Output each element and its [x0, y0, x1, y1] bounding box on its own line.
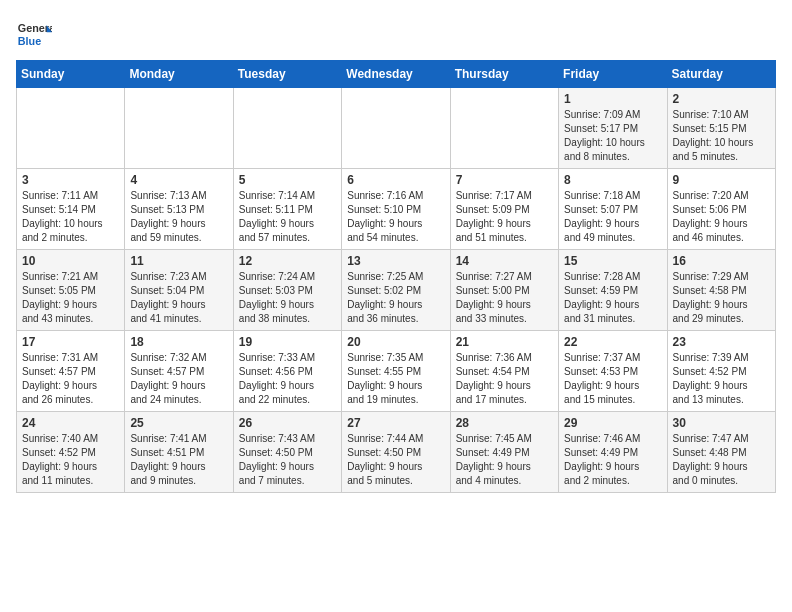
week-row-0: 1Sunrise: 7:09 AM Sunset: 5:17 PM Daylig…: [17, 88, 776, 169]
day-info: Sunrise: 7:35 AM Sunset: 4:55 PM Dayligh…: [347, 351, 444, 407]
calendar-cell: 29Sunrise: 7:46 AM Sunset: 4:49 PM Dayli…: [559, 412, 667, 493]
day-info: Sunrise: 7:31 AM Sunset: 4:57 PM Dayligh…: [22, 351, 119, 407]
day-info: Sunrise: 7:33 AM Sunset: 4:56 PM Dayligh…: [239, 351, 336, 407]
day-info: Sunrise: 7:13 AM Sunset: 5:13 PM Dayligh…: [130, 189, 227, 245]
day-info: Sunrise: 7:29 AM Sunset: 4:58 PM Dayligh…: [673, 270, 770, 326]
day-info: Sunrise: 7:18 AM Sunset: 5:07 PM Dayligh…: [564, 189, 661, 245]
calendar-cell: 18Sunrise: 7:32 AM Sunset: 4:57 PM Dayli…: [125, 331, 233, 412]
calendar-cell: 24Sunrise: 7:40 AM Sunset: 4:52 PM Dayli…: [17, 412, 125, 493]
day-number: 25: [130, 416, 227, 430]
calendar-cell: 4Sunrise: 7:13 AM Sunset: 5:13 PM Daylig…: [125, 169, 233, 250]
day-info: Sunrise: 7:23 AM Sunset: 5:04 PM Dayligh…: [130, 270, 227, 326]
day-info: Sunrise: 7:24 AM Sunset: 5:03 PM Dayligh…: [239, 270, 336, 326]
calendar-cell: 26Sunrise: 7:43 AM Sunset: 4:50 PM Dayli…: [233, 412, 341, 493]
day-info: Sunrise: 7:36 AM Sunset: 4:54 PM Dayligh…: [456, 351, 553, 407]
day-info: Sunrise: 7:20 AM Sunset: 5:06 PM Dayligh…: [673, 189, 770, 245]
calendar-cell: 30Sunrise: 7:47 AM Sunset: 4:48 PM Dayli…: [667, 412, 775, 493]
day-number: 10: [22, 254, 119, 268]
day-info: Sunrise: 7:14 AM Sunset: 5:11 PM Dayligh…: [239, 189, 336, 245]
calendar-cell: [233, 88, 341, 169]
calendar-cell: 11Sunrise: 7:23 AM Sunset: 5:04 PM Dayli…: [125, 250, 233, 331]
day-number: 30: [673, 416, 770, 430]
day-number: 5: [239, 173, 336, 187]
day-number: 20: [347, 335, 444, 349]
day-info: Sunrise: 7:44 AM Sunset: 4:50 PM Dayligh…: [347, 432, 444, 488]
day-number: 14: [456, 254, 553, 268]
day-info: Sunrise: 7:39 AM Sunset: 4:52 PM Dayligh…: [673, 351, 770, 407]
day-number: 2: [673, 92, 770, 106]
day-info: Sunrise: 7:28 AM Sunset: 4:59 PM Dayligh…: [564, 270, 661, 326]
calendar-cell: 20Sunrise: 7:35 AM Sunset: 4:55 PM Dayli…: [342, 331, 450, 412]
day-number: 7: [456, 173, 553, 187]
calendar-cell: 22Sunrise: 7:37 AM Sunset: 4:53 PM Dayli…: [559, 331, 667, 412]
week-row-1: 3Sunrise: 7:11 AM Sunset: 5:14 PM Daylig…: [17, 169, 776, 250]
calendar-cell: 19Sunrise: 7:33 AM Sunset: 4:56 PM Dayli…: [233, 331, 341, 412]
week-row-4: 24Sunrise: 7:40 AM Sunset: 4:52 PM Dayli…: [17, 412, 776, 493]
week-row-3: 17Sunrise: 7:31 AM Sunset: 4:57 PM Dayli…: [17, 331, 776, 412]
day-number: 16: [673, 254, 770, 268]
calendar-cell: 9Sunrise: 7:20 AM Sunset: 5:06 PM Daylig…: [667, 169, 775, 250]
calendar-cell: 6Sunrise: 7:16 AM Sunset: 5:10 PM Daylig…: [342, 169, 450, 250]
weekday-header-sunday: Sunday: [17, 61, 125, 88]
calendar-cell: [125, 88, 233, 169]
day-info: Sunrise: 7:09 AM Sunset: 5:17 PM Dayligh…: [564, 108, 661, 164]
calendar-cell: 10Sunrise: 7:21 AM Sunset: 5:05 PM Dayli…: [17, 250, 125, 331]
day-info: Sunrise: 7:10 AM Sunset: 5:15 PM Dayligh…: [673, 108, 770, 164]
day-info: Sunrise: 7:40 AM Sunset: 4:52 PM Dayligh…: [22, 432, 119, 488]
weekday-header-saturday: Saturday: [667, 61, 775, 88]
svg-text:Blue: Blue: [18, 35, 41, 47]
day-number: 3: [22, 173, 119, 187]
calendar-cell: 8Sunrise: 7:18 AM Sunset: 5:07 PM Daylig…: [559, 169, 667, 250]
day-number: 27: [347, 416, 444, 430]
day-number: 24: [22, 416, 119, 430]
day-number: 28: [456, 416, 553, 430]
day-number: 8: [564, 173, 661, 187]
page-header: GeneralBlue: [16, 16, 776, 52]
calendar-cell: 21Sunrise: 7:36 AM Sunset: 4:54 PM Dayli…: [450, 331, 558, 412]
weekday-header-wednesday: Wednesday: [342, 61, 450, 88]
day-number: 18: [130, 335, 227, 349]
calendar-cell: 5Sunrise: 7:14 AM Sunset: 5:11 PM Daylig…: [233, 169, 341, 250]
calendar-cell: [17, 88, 125, 169]
day-number: 17: [22, 335, 119, 349]
calendar-cell: [450, 88, 558, 169]
day-number: 26: [239, 416, 336, 430]
day-info: Sunrise: 7:25 AM Sunset: 5:02 PM Dayligh…: [347, 270, 444, 326]
day-number: 29: [564, 416, 661, 430]
weekday-header-monday: Monday: [125, 61, 233, 88]
day-info: Sunrise: 7:37 AM Sunset: 4:53 PM Dayligh…: [564, 351, 661, 407]
calendar-cell: 7Sunrise: 7:17 AM Sunset: 5:09 PM Daylig…: [450, 169, 558, 250]
day-info: Sunrise: 7:41 AM Sunset: 4:51 PM Dayligh…: [130, 432, 227, 488]
weekday-header-thursday: Thursday: [450, 61, 558, 88]
weekday-header-friday: Friday: [559, 61, 667, 88]
calendar-cell: 23Sunrise: 7:39 AM Sunset: 4:52 PM Dayli…: [667, 331, 775, 412]
calendar-cell: 12Sunrise: 7:24 AM Sunset: 5:03 PM Dayli…: [233, 250, 341, 331]
day-info: Sunrise: 7:46 AM Sunset: 4:49 PM Dayligh…: [564, 432, 661, 488]
day-number: 22: [564, 335, 661, 349]
day-number: 23: [673, 335, 770, 349]
calendar-cell: 1Sunrise: 7:09 AM Sunset: 5:17 PM Daylig…: [559, 88, 667, 169]
day-number: 9: [673, 173, 770, 187]
weekday-header-row: SundayMondayTuesdayWednesdayThursdayFrid…: [17, 61, 776, 88]
day-number: 15: [564, 254, 661, 268]
calendar-cell: 27Sunrise: 7:44 AM Sunset: 4:50 PM Dayli…: [342, 412, 450, 493]
calendar-table: SundayMondayTuesdayWednesdayThursdayFrid…: [16, 60, 776, 493]
day-info: Sunrise: 7:21 AM Sunset: 5:05 PM Dayligh…: [22, 270, 119, 326]
day-number: 1: [564, 92, 661, 106]
calendar-cell: 2Sunrise: 7:10 AM Sunset: 5:15 PM Daylig…: [667, 88, 775, 169]
day-number: 13: [347, 254, 444, 268]
calendar-cell: 16Sunrise: 7:29 AM Sunset: 4:58 PM Dayli…: [667, 250, 775, 331]
weekday-header-tuesday: Tuesday: [233, 61, 341, 88]
day-number: 19: [239, 335, 336, 349]
calendar-cell: 28Sunrise: 7:45 AM Sunset: 4:49 PM Dayli…: [450, 412, 558, 493]
calendar-cell: 13Sunrise: 7:25 AM Sunset: 5:02 PM Dayli…: [342, 250, 450, 331]
calendar-cell: 3Sunrise: 7:11 AM Sunset: 5:14 PM Daylig…: [17, 169, 125, 250]
day-number: 11: [130, 254, 227, 268]
day-info: Sunrise: 7:45 AM Sunset: 4:49 PM Dayligh…: [456, 432, 553, 488]
day-info: Sunrise: 7:43 AM Sunset: 4:50 PM Dayligh…: [239, 432, 336, 488]
week-row-2: 10Sunrise: 7:21 AM Sunset: 5:05 PM Dayli…: [17, 250, 776, 331]
day-info: Sunrise: 7:47 AM Sunset: 4:48 PM Dayligh…: [673, 432, 770, 488]
day-info: Sunrise: 7:27 AM Sunset: 5:00 PM Dayligh…: [456, 270, 553, 326]
calendar-cell: 17Sunrise: 7:31 AM Sunset: 4:57 PM Dayli…: [17, 331, 125, 412]
day-number: 6: [347, 173, 444, 187]
